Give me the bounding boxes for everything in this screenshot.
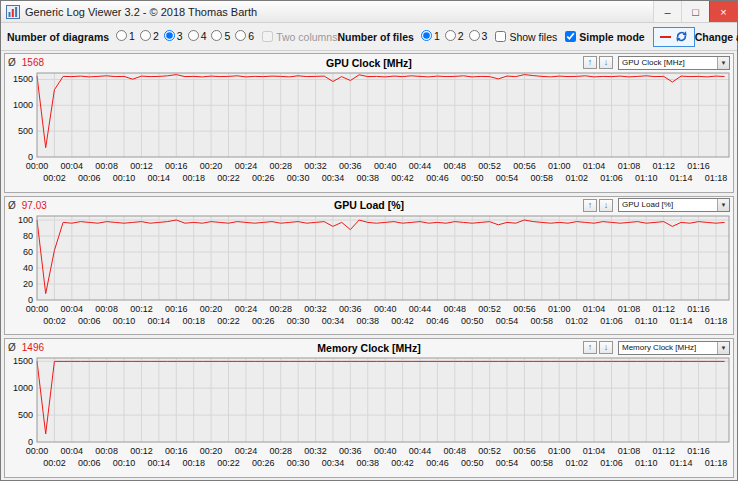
close-button[interactable]: × [709, 1, 737, 22]
svg-text:00:06: 00:06 [78, 316, 101, 326]
svg-text:00:32: 00:32 [304, 304, 327, 314]
two-columns-checkbox[interactable] [262, 31, 273, 42]
svg-text:00:32: 00:32 [304, 446, 327, 456]
svg-text:00:40: 00:40 [374, 446, 397, 456]
simple-mode-checkbox[interactable] [565, 31, 576, 42]
average-value: 1496 [22, 342, 44, 353]
diagram-count-option-1[interactable]: 1 [116, 30, 135, 42]
svg-text:40: 40 [23, 263, 33, 273]
diagram-count-radio-3[interactable] [164, 30, 175, 41]
minimize-button[interactable]: – [653, 1, 681, 22]
diagram-count-radio-4[interactable] [188, 30, 199, 41]
svg-text:00:46: 00:46 [426, 173, 449, 183]
titlebar: Generic Log Viewer 3.2 - © 2018 Thomas B… [1, 1, 737, 23]
svg-text:01:02: 01:02 [565, 458, 588, 468]
svg-text:00:42: 00:42 [391, 458, 414, 468]
chart-move-up-button[interactable]: ↑ [583, 56, 597, 69]
diagram-count-radio-2[interactable] [140, 30, 151, 41]
maximize-button[interactable]: □ [681, 1, 709, 22]
x-axis-labels: 00:0000:0400:0800:1200:1600:2000:2400:28… [26, 304, 727, 326]
average-readout: Ø 1568 [8, 57, 44, 68]
file-count-radio-1[interactable] [421, 30, 432, 41]
svg-text:00:18: 00:18 [182, 173, 205, 183]
diagram-count-option-6[interactable]: 6 [235, 30, 254, 42]
svg-text:00:24: 00:24 [235, 161, 258, 171]
metric-dropdown-value: GPU Load [%] [619, 199, 717, 211]
chart-move-down-button[interactable]: ↓ [599, 56, 613, 69]
metric-dropdown-value: Memory Clock [MHz] [619, 342, 717, 354]
chart-panel-gpu-clock: Ø 1568 GPU Clock [MHz] ↑ ↓ GPU Clock [MH… [4, 53, 734, 193]
file-count-option-1[interactable]: 1 [421, 30, 440, 42]
simple-mode-checkbox-item[interactable]: Simple mode [565, 31, 644, 43]
svg-text:00:38: 00:38 [357, 316, 380, 326]
diagram-count-option-5[interactable]: 5 [211, 30, 230, 42]
line-style-refresh-button[interactable] [653, 27, 695, 47]
metric-dropdown[interactable]: GPU Load [%] ▼ [618, 198, 730, 212]
chart-move-up-button[interactable]: ↑ [583, 199, 597, 212]
diagram-count-option-3[interactable]: 3 [164, 30, 183, 42]
metric-dropdown[interactable]: GPU Clock [MHz] ▼ [618, 56, 730, 70]
chevron-down-icon: ▼ [717, 199, 729, 211]
two-columns-checkbox-item[interactable]: Two columns [262, 31, 337, 43]
show-files-checkbox-item[interactable]: Show files [495, 31, 557, 43]
chart-move-up-button[interactable]: ↑ [583, 341, 597, 354]
chart-move-down-button[interactable]: ↓ [599, 341, 613, 354]
file-count-radio-3[interactable] [469, 30, 480, 41]
svg-text:00:20: 00:20 [200, 304, 223, 314]
number-of-diagrams-label: Number of diagrams [7, 31, 109, 43]
svg-text:00:02: 00:02 [43, 173, 66, 183]
file-count-group: Number of files 123 Show files Simple mo… [337, 27, 694, 47]
svg-text:01:10: 01:10 [635, 458, 658, 468]
chart-plot: 05001000150000:0000:0400:0800:1200:1600:… [7, 356, 731, 472]
diagram-count-radio-5[interactable] [211, 30, 222, 41]
svg-text:00:34: 00:34 [322, 173, 345, 183]
svg-text:00:46: 00:46 [426, 316, 449, 326]
svg-text:00:16: 00:16 [165, 304, 188, 314]
metric-dropdown[interactable]: Memory Clock [MHz] ▼ [618, 341, 730, 355]
toolbar: Number of diagrams 123456 Two columns Nu… [1, 23, 737, 51]
svg-text:500: 500 [18, 126, 33, 136]
y-axis-labels: 020406080100 [18, 215, 33, 305]
chart-header: Ø 1496 Memory Clock [MHz] ↑ ↓ Memory Clo… [5, 339, 733, 356]
chart-panel-memory-clock: Ø 1496 Memory Clock [MHz] ↑ ↓ Memory Clo… [4, 338, 734, 478]
svg-text:100: 100 [18, 215, 33, 225]
diagram-count-option-4[interactable]: 4 [188, 30, 207, 42]
chart-controls: ↑ ↓ Memory Clock [MHz] ▼ [583, 341, 730, 355]
plot-background [37, 358, 729, 442]
svg-text:00:28: 00:28 [269, 304, 292, 314]
chart-plot: 02040608010000:0000:0400:0800:1200:1600:… [7, 214, 731, 330]
diagram-count-option-2[interactable]: 2 [140, 30, 159, 42]
svg-text:00:34: 00:34 [322, 316, 345, 326]
chart-move-down-button[interactable]: ↓ [599, 199, 613, 212]
file-count-radio-2[interactable] [445, 30, 456, 41]
svg-text:00:02: 00:02 [43, 458, 66, 468]
svg-text:00:56: 00:56 [513, 304, 536, 314]
svg-text:00:22: 00:22 [217, 458, 240, 468]
file-count-option-3[interactable]: 3 [469, 30, 488, 42]
svg-text:01:04: 01:04 [583, 446, 606, 456]
svg-text:01:02: 01:02 [565, 316, 588, 326]
change-all-label: Change all [695, 31, 738, 43]
svg-text:00:04: 00:04 [61, 304, 84, 314]
average-readout: Ø 97.03 [8, 200, 47, 211]
two-columns-label: Two columns [276, 31, 337, 43]
diagram-count-radio-1[interactable] [116, 30, 127, 41]
svg-text:01:18: 01:18 [705, 458, 728, 468]
svg-text:01:14: 01:14 [670, 316, 693, 326]
svg-text:00:08: 00:08 [95, 446, 118, 456]
svg-text:01:18: 01:18 [705, 316, 728, 326]
svg-text:01:10: 01:10 [635, 316, 658, 326]
file-count-option-2[interactable]: 2 [445, 30, 464, 42]
show-files-checkbox[interactable] [495, 31, 506, 42]
chevron-down-icon: ▼ [717, 57, 729, 69]
svg-text:00:26: 00:26 [252, 458, 275, 468]
plot-background [37, 216, 729, 300]
diagram-count-group: Number of diagrams 123456 Two columns [7, 30, 337, 44]
diagram-count-radio-6[interactable] [235, 30, 246, 41]
app-icon [6, 5, 20, 19]
diagram-count-radios: 123456 [111, 30, 254, 44]
svg-text:00:10: 00:10 [113, 316, 136, 326]
svg-text:00:54: 00:54 [496, 316, 519, 326]
svg-text:01:08: 01:08 [618, 304, 641, 314]
svg-text:500: 500 [18, 410, 33, 420]
